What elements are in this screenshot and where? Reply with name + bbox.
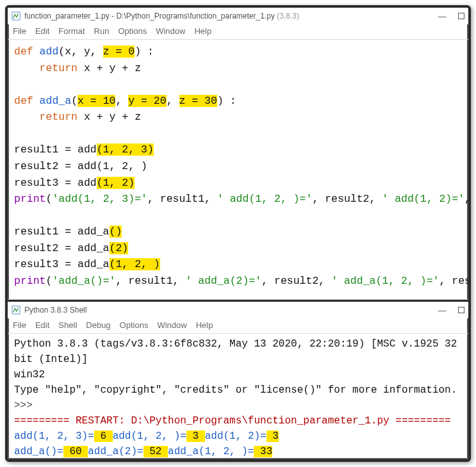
ret-body: x + y + z bbox=[84, 62, 141, 74]
sep2: , bbox=[167, 95, 179, 107]
r1-pre: result1 = add bbox=[14, 143, 97, 156]
editor-title-suffix: (3.8.3) bbox=[275, 12, 299, 20]
ret-body: x + y + z bbox=[84, 111, 141, 123]
shell-output[interactable]: Python 3.8.3 (tags/v3.8.3:6f8c832, May 1… bbox=[8, 334, 468, 462]
shell-title: Python 3.8.3 Shell bbox=[24, 306, 438, 315]
out-b: add(1, 2, )= bbox=[113, 430, 186, 442]
menu-file[interactable]: File bbox=[13, 320, 26, 330]
output-line-2: add_a()= 60 add_a(2)= 52 add_a(1, 2, )= … bbox=[14, 444, 462, 459]
hl-empty: () bbox=[110, 225, 122, 238]
p2-s1: 'add_a()=' bbox=[52, 275, 115, 287]
p2-m3: , result3) bbox=[439, 275, 471, 287]
menu-edit[interactable]: Edit bbox=[35, 26, 49, 36]
out-cv: 3 bbox=[267, 430, 279, 442]
shell-menubar: File Edit Shell Debug Options Window Hel… bbox=[8, 318, 468, 334]
out-cv: 33 bbox=[254, 446, 272, 457]
kw-def: def bbox=[14, 95, 40, 107]
banner-line-3: Type "help", "copyright", "credits" or "… bbox=[14, 382, 462, 398]
maximize-button[interactable] bbox=[458, 307, 464, 313]
p2-m1: , result1, bbox=[115, 275, 185, 287]
menu-help[interactable]: Help bbox=[194, 26, 211, 36]
p1-m3: , result3) bbox=[464, 193, 471, 205]
menu-format[interactable]: Format bbox=[58, 26, 85, 36]
p1-m1: , result1, bbox=[147, 193, 217, 205]
fn-add-a: add_a bbox=[40, 95, 72, 107]
idle-icon bbox=[12, 12, 21, 20]
sig-adda-post: ) : bbox=[217, 95, 236, 107]
out-c: add_a(1, 2, )= bbox=[168, 446, 254, 457]
menu-options[interactable]: Options bbox=[118, 26, 147, 36]
p2-s3: ' add_a(1, 2, )=' bbox=[331, 275, 439, 287]
hl-12: (1, 2) bbox=[97, 177, 135, 189]
ar2-pre: result2 = add_a bbox=[14, 242, 110, 254]
editor-titlebar: function_parameter_1.py - D:\Python_Prog… bbox=[8, 8, 468, 24]
hl-2: (2) bbox=[110, 242, 129, 254]
shell-titlebar: Python 3.8.3 Shell — bbox=[8, 302, 468, 318]
r2: result2 = add(1, 2, ) bbox=[14, 160, 147, 172]
editor-title: function_parameter_1.py - D:\Python_Prog… bbox=[24, 12, 438, 20]
p2-s2: ' add_a(2)=' bbox=[185, 275, 261, 287]
kw-return: return bbox=[40, 111, 84, 123]
kw-return: return bbox=[40, 62, 84, 74]
sig-adda-pre: ( bbox=[71, 95, 78, 107]
p1-m2: , result2, bbox=[312, 193, 382, 205]
banner-line-2: win32 bbox=[14, 367, 462, 382]
banner-line-1: Python 3.8.3 (tags/v3.8.3:6f8c832, May 1… bbox=[14, 336, 462, 367]
menu-window[interactable]: Window bbox=[156, 26, 185, 36]
editor-window: function_parameter_1.py - D:\Python_Prog… bbox=[8, 8, 468, 300]
sig-add-pre: (x, y, bbox=[58, 45, 103, 58]
menu-options[interactable]: Options bbox=[120, 320, 149, 330]
r3-pre: result3 = add bbox=[14, 177, 97, 189]
out-a: add(1, 2, 3)= bbox=[14, 430, 94, 442]
cursor-icon bbox=[40, 460, 40, 462]
out-a: add_a()= bbox=[14, 446, 63, 457]
ar1-pre: result1 = add_a bbox=[14, 225, 110, 238]
ar3-pre: result3 = add_a bbox=[14, 258, 110, 270]
prompt: >>> bbox=[14, 461, 38, 462]
out-av: 6 bbox=[94, 430, 113, 442]
menu-edit[interactable]: Edit bbox=[35, 320, 49, 330]
minimize-button[interactable]: — bbox=[438, 12, 447, 20]
idle-icon bbox=[12, 306, 21, 315]
code-editor[interactable]: def add(x, y, z = 0) : return x + y + z … bbox=[8, 40, 468, 299]
menu-window[interactable]: Window bbox=[157, 320, 186, 330]
out-bv: 52 bbox=[144, 446, 168, 457]
shell-win-controls: — bbox=[438, 306, 464, 315]
out-bv: 3 bbox=[186, 430, 205, 442]
maximize-button[interactable] bbox=[458, 13, 464, 19]
paren: ( bbox=[46, 275, 53, 287]
hl-z30: z = 30 bbox=[179, 95, 217, 107]
paren: ( bbox=[46, 193, 53, 205]
p1-s1: 'add(1, 2, 3)=' bbox=[52, 193, 147, 205]
app-frame: function_parameter_1.py - D:\Python_Prog… bbox=[5, 5, 471, 462]
output-line-1: add(1, 2, 3)= 6 add(1, 2, )= 3 add(1, 2)… bbox=[14, 429, 462, 444]
prompt: >>> bbox=[14, 398, 462, 413]
hl-z0: z = 0 bbox=[103, 45, 135, 58]
out-av: 60 bbox=[63, 446, 88, 457]
minimize-button[interactable]: — bbox=[438, 306, 447, 315]
print: print bbox=[14, 193, 46, 205]
fn-add: add bbox=[40, 45, 59, 58]
p1-s3: ' add(1, 2)=' bbox=[382, 193, 464, 205]
menu-file[interactable]: File bbox=[13, 26, 26, 36]
p2-m2: , result2, bbox=[261, 275, 331, 287]
hl-y20: y = 20 bbox=[128, 95, 166, 107]
out-c: add(1, 2)= bbox=[205, 430, 267, 442]
hl-12b: (1, 2, ) bbox=[110, 258, 160, 270]
editor-title-main: function_parameter_1.py - D:\Python_Prog… bbox=[24, 12, 275, 20]
sep1: , bbox=[115, 95, 128, 107]
menu-help[interactable]: Help bbox=[196, 320, 213, 330]
hl-123: (1, 2, 3) bbox=[97, 143, 154, 156]
menu-shell[interactable]: Shell bbox=[58, 320, 77, 330]
print: print bbox=[14, 275, 46, 287]
hl-x10: x = 10 bbox=[78, 95, 115, 107]
restart-line: ========= RESTART: D:\Python_Programs\fu… bbox=[14, 413, 462, 429]
editor-win-controls: — bbox=[438, 12, 464, 20]
kw-def: def bbox=[14, 45, 40, 58]
prompt-line: >>> bbox=[14, 459, 462, 462]
sig-add-post: ) : bbox=[135, 45, 154, 58]
menu-debug[interactable]: Debug bbox=[86, 320, 110, 330]
menu-run[interactable]: Run bbox=[94, 26, 110, 36]
p1-s2: ' add(1, 2, )=' bbox=[217, 193, 313, 205]
shell-window: Python 3.8.3 Shell — File Edit Shell Deb… bbox=[8, 302, 468, 462]
